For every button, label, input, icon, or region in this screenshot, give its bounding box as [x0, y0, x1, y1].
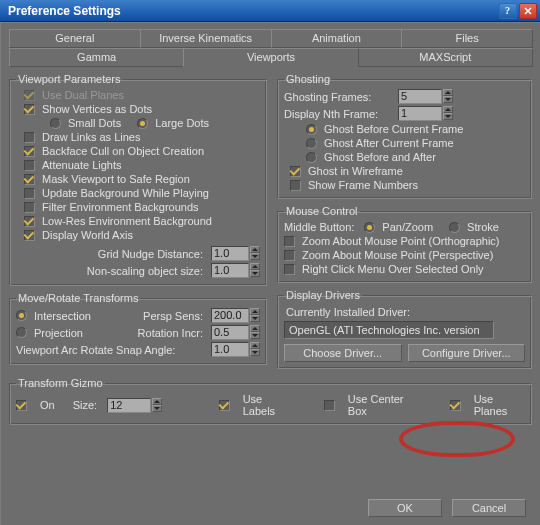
- tab-general[interactable]: General: [9, 29, 141, 48]
- input-grid-nudge[interactable]: 1.0: [211, 246, 249, 261]
- group-drivers: Display Drivers Currently Installed Driv…: [277, 289, 532, 369]
- radio-ghost-both[interactable]: [306, 152, 317, 163]
- input-nth-frame[interactable]: 1: [398, 106, 442, 121]
- lbl-middle-button: Middle Button:: [284, 221, 354, 233]
- spin-up-icon[interactable]: [250, 325, 260, 332]
- lbl-ghost-after: Ghost After Current Frame: [324, 137, 454, 149]
- tab-animation[interactable]: Animation: [271, 29, 403, 48]
- spin-down-icon[interactable]: [250, 332, 260, 339]
- lbl-ghost-frames: Ghosting Frames:: [284, 91, 394, 103]
- check-zoom-persp[interactable]: [284, 250, 295, 261]
- radio-stroke[interactable]: [449, 222, 460, 233]
- lbl-nth-frame: Display Nth Frame:: [284, 108, 394, 120]
- tab-ik[interactable]: Inverse Kinematics: [140, 29, 272, 48]
- spin-down-icon[interactable]: [250, 315, 260, 322]
- spin-up-icon[interactable]: [152, 398, 162, 405]
- ok-button[interactable]: OK: [368, 499, 442, 517]
- check-use-labels[interactable]: [219, 400, 230, 411]
- spin-down-icon[interactable]: [250, 253, 260, 260]
- configure-driver-button[interactable]: Configure Driver...: [408, 344, 526, 362]
- tab-files[interactable]: Files: [401, 29, 533, 48]
- input-ghost-frames[interactable]: 5: [398, 89, 442, 104]
- lbl-rotation-incr: Rotation Incr:: [110, 327, 207, 339]
- tab-gamma[interactable]: Gamma: [9, 48, 184, 67]
- check-attenuate[interactable]: [24, 160, 35, 171]
- radio-pan-zoom[interactable]: [364, 222, 375, 233]
- spin-down-icon[interactable]: [443, 96, 453, 103]
- annotation-highlight-circle: [399, 421, 515, 457]
- input-rotation-incr[interactable]: 0.5: [211, 325, 249, 340]
- check-backface-cull[interactable]: [24, 146, 35, 157]
- check-lowres-env[interactable]: [24, 216, 35, 227]
- radio-ghost-after[interactable]: [306, 138, 317, 149]
- lbl-world-axis: Display World Axis: [42, 229, 133, 241]
- check-use-center[interactable]: [324, 400, 335, 411]
- check-ghost-wire[interactable]: [290, 166, 301, 177]
- lbl-zoom-ortho: Zoom About Mouse Point (Orthographic): [302, 235, 499, 247]
- lbl-use-planes: Use Planes: [474, 393, 525, 417]
- check-draw-links[interactable]: [24, 132, 35, 143]
- lbl-zoom-persp: Zoom About Mouse Point (Perspective): [302, 249, 493, 261]
- legend-gizmo: Transform Gizmo: [16, 377, 105, 389]
- check-zoom-ortho[interactable]: [284, 236, 295, 247]
- lbl-backface-cull: Backface Cull on Object Creation: [42, 145, 204, 157]
- lbl-mask-safe: Mask Viewport to Safe Region: [42, 173, 190, 185]
- input-persp-sens[interactable]: 200.0: [211, 308, 249, 323]
- field-installed-driver: OpenGL (ATI Technologies Inc. version: [284, 321, 494, 339]
- group-mouse: Mouse Control Middle Button: Pan/Zoom St…: [277, 205, 532, 283]
- radio-projection[interactable]: [16, 327, 27, 338]
- choose-driver-button[interactable]: Choose Driver...: [284, 344, 402, 362]
- lbl-use-dual-planes: Use Dual Planes: [42, 89, 124, 101]
- check-use-dual-planes: [24, 90, 35, 101]
- lbl-arc-snap: Viewport Arc Rotate Snap Angle:: [16, 344, 207, 356]
- close-button[interactable]: [519, 3, 537, 19]
- lbl-use-center: Use Center Box: [348, 393, 419, 417]
- lbl-nonscale: Non-scaling object size:: [16, 265, 207, 277]
- group-move-rotate: Move/Rotate Transforms Intersection Pers…: [9, 292, 267, 365]
- input-gizmo-size[interactable]: 12: [107, 398, 151, 413]
- lbl-projection: Projection: [34, 327, 106, 339]
- lbl-update-bg: Update Background While Playing: [42, 187, 209, 199]
- radio-ghost-before[interactable]: [306, 124, 317, 135]
- check-mask-safe[interactable]: [24, 174, 35, 185]
- check-show-vertices[interactable]: [24, 104, 35, 115]
- check-use-planes[interactable]: [450, 400, 461, 411]
- lbl-rclick-menu: Right Click Menu Over Selected Only: [302, 263, 484, 275]
- group-ghosting: Ghosting Ghosting Frames: 5 Display Nth …: [277, 73, 532, 199]
- check-show-frame-nums[interactable]: [290, 180, 301, 191]
- spin-up-icon[interactable]: [250, 308, 260, 315]
- radio-small-dots[interactable]: [50, 118, 61, 129]
- lbl-show-vertices: Show Vertices as Dots: [42, 103, 152, 115]
- cancel-button[interactable]: Cancel: [452, 499, 526, 517]
- radio-intersection[interactable]: [16, 310, 27, 321]
- check-gizmo-on[interactable]: [16, 400, 27, 411]
- check-rclick-menu[interactable]: [284, 264, 295, 275]
- group-gizmo: Transform Gizmo On Size: 12 Use Labels U…: [9, 377, 532, 425]
- lbl-persp-sens: Persp Sens:: [110, 310, 207, 322]
- help-button[interactable]: ?: [499, 3, 517, 19]
- spin-up-icon[interactable]: [250, 263, 260, 270]
- input-nonscale[interactable]: 1.0: [211, 263, 249, 278]
- spin-up-icon[interactable]: [250, 246, 260, 253]
- spin-down-icon[interactable]: [250, 270, 260, 277]
- spin-up-icon[interactable]: [443, 106, 453, 113]
- lbl-show-frame-nums: Show Frame Numbers: [308, 179, 418, 191]
- lbl-stroke: Stroke: [467, 221, 499, 233]
- radio-large-dots[interactable]: [137, 118, 148, 129]
- lbl-pan-zoom: Pan/Zoom: [382, 221, 433, 233]
- tab-viewports[interactable]: Viewports: [183, 48, 358, 67]
- tab-maxscript[interactable]: MAXScript: [358, 48, 533, 67]
- check-world-axis[interactable]: [24, 230, 35, 241]
- spin-down-icon[interactable]: [152, 405, 162, 412]
- spin-down-icon[interactable]: [250, 349, 260, 356]
- spin-up-icon[interactable]: [250, 342, 260, 349]
- input-arc-snap[interactable]: 1.0: [211, 342, 249, 357]
- lbl-ghost-wire: Ghost in Wireframe: [308, 165, 403, 177]
- lbl-installed-driver: Currently Installed Driver:: [286, 306, 525, 318]
- check-filter-env[interactable]: [24, 202, 35, 213]
- spin-up-icon[interactable]: [443, 89, 453, 96]
- spin-down-icon[interactable]: [443, 113, 453, 120]
- lbl-grid-nudge: Grid Nudge Distance:: [16, 248, 207, 260]
- legend-viewport-params: Viewport Parameters: [16, 73, 123, 85]
- check-update-bg[interactable]: [24, 188, 35, 199]
